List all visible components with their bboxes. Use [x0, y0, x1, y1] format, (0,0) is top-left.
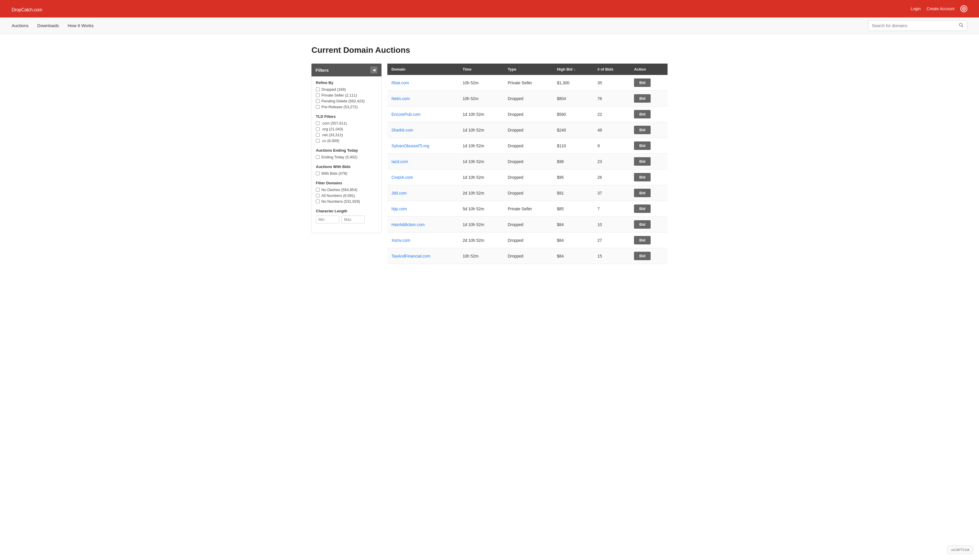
bid-button[interactable]: Bid: [634, 157, 651, 166]
filter-cc-checkbox[interactable]: [316, 139, 320, 143]
cell-domain: EncorePub.com: [388, 107, 459, 122]
filter-no-dashes-checkbox[interactable]: [316, 188, 320, 192]
nav-downloads[interactable]: Downloads: [37, 23, 59, 28]
auctions-table-area: Domain Time Type High Bid ↓ # of Bids Ac…: [388, 63, 668, 264]
bid-button[interactable]: Bid: [634, 94, 651, 103]
cell-domain: CorpIA.com: [388, 170, 459, 185]
cell-high-bid: $110: [553, 138, 593, 154]
cell-type: Dropped: [503, 122, 553, 138]
cell-high-bid: $98: [553, 154, 593, 170]
login-link[interactable]: Login: [911, 7, 921, 11]
bid-button[interactable]: Bid: [634, 142, 651, 150]
bid-button[interactable]: Bid: [634, 252, 651, 260]
filter-private-seller-checkbox[interactable]: [316, 93, 320, 97]
cell-high-bid: $95: [553, 170, 593, 185]
cell-domain: Rbat.com: [388, 75, 459, 91]
cell-domain: HairAddiction.com: [388, 217, 459, 232]
domain-link[interactable]: Iazd.com: [391, 159, 408, 164]
filter-all-numbers-checkbox[interactable]: [316, 194, 320, 197]
col-type: Type: [503, 63, 553, 75]
char-min-input[interactable]: [316, 215, 339, 223]
cell-type: Dropped: [503, 248, 553, 264]
filter-dropped-checkbox[interactable]: [316, 88, 320, 91]
domain-link[interactable]: TaxAndFinancial.com: [391, 254, 430, 258]
cell-time: 1d 10h 52m: [459, 107, 503, 122]
nav-links: Auctions Downloads How It Works: [12, 23, 94, 28]
col-high-bid[interactable]: High Bid ↓: [553, 63, 593, 75]
language-selector[interactable]: [960, 5, 967, 12]
nav-how-it-works[interactable]: How It Works: [68, 23, 94, 28]
cell-time: 1d 10h 52m: [459, 170, 503, 185]
cell-time: 2d 10h 52m: [459, 185, 503, 201]
bid-button[interactable]: Bid: [634, 78, 651, 87]
col-action: Action: [630, 63, 668, 75]
bid-button[interactable]: Bid: [634, 205, 651, 213]
logo-suffix: .com: [33, 7, 42, 12]
col-domain: Domain: [388, 63, 459, 75]
filter-com-label: .com (557,611): [321, 121, 347, 125]
filter-com-checkbox[interactable]: [316, 121, 320, 125]
bid-button[interactable]: Bid: [634, 173, 651, 182]
char-length-section: Character Length: [316, 209, 377, 223]
cell-type: Dropped: [503, 170, 553, 185]
table-row: SylvanObussotTi.org 1d 10h 52m Dropped $…: [388, 138, 668, 154]
filter-org-checkbox[interactable]: [316, 127, 320, 131]
table-row: EncorePub.com 1d 10h 52m Dropped $560 22…: [388, 107, 668, 122]
cell-high-bid: $560: [553, 107, 593, 122]
domain-link[interactable]: Netin.com: [391, 96, 410, 101]
filter-with-bids-label: With Bids (478): [321, 171, 347, 176]
table-row: Iazd.com 1d 10h 52m Dropped $98 23 Bid: [388, 154, 668, 170]
bid-button[interactable]: Bid: [634, 110, 651, 118]
bid-button[interactable]: Bid: [634, 189, 651, 197]
cell-num-bids: 27: [593, 232, 630, 248]
filter-net-checkbox[interactable]: [316, 133, 320, 137]
bid-button[interactable]: Bid: [634, 236, 651, 244]
domain-link[interactable]: Xsmv.com: [391, 238, 410, 243]
cell-domain: hjtp.com: [388, 201, 459, 217]
filter-item: No Dashes (564,854): [316, 188, 377, 192]
cell-type: Private Seller: [503, 75, 553, 91]
filter-with-bids-checkbox[interactable]: [316, 172, 320, 175]
filter-ending-today-checkbox[interactable]: [316, 155, 320, 159]
filters-body: Refine By Dropped (169) Private Seller (…: [311, 77, 381, 233]
cell-time: 1d 10h 52m: [459, 138, 503, 154]
create-account-link[interactable]: Create Account: [926, 7, 954, 11]
cell-action: Bid: [630, 107, 668, 122]
refine-by-section: Refine By Dropped (169) Private Seller (…: [316, 80, 377, 109]
filters-collapse-button[interactable]: ◀: [371, 67, 378, 73]
table-header-row: Domain Time Type High Bid ↓ # of Bids Ac…: [388, 63, 668, 75]
domain-link[interactable]: Jtld.com: [391, 191, 407, 195]
filter-no-numbers-checkbox[interactable]: [316, 200, 320, 203]
domain-link[interactable]: SharkIt.com: [391, 128, 413, 132]
nav-auctions[interactable]: Auctions: [12, 23, 28, 28]
cell-high-bid: $240: [553, 122, 593, 138]
tld-filters-section: TLD Filters .com (557,611) .org (21,043)…: [316, 114, 377, 143]
filter-net-label: .net (33,312): [321, 133, 343, 137]
char-max-input[interactable]: [341, 215, 365, 223]
filters-label: Filters: [316, 68, 329, 73]
filter-pending-delete-checkbox[interactable]: [316, 99, 320, 103]
filters-panel: Filters ◀ Refine By Dropped (169) Privat…: [311, 63, 381, 264]
cell-num-bids: 37: [593, 185, 630, 201]
search-button[interactable]: [956, 20, 967, 31]
table-row: Xsmv.com 2d 10h 52m Dropped $84 27 Bid: [388, 232, 668, 248]
table-row: Jtld.com 2d 10h 52m Dropped $91 37 Bid: [388, 185, 668, 201]
char-length-inputs: [316, 215, 377, 223]
cell-time: 1d 10h 52m: [459, 217, 503, 232]
cell-type: Private Seller: [503, 201, 553, 217]
bid-button[interactable]: Bid: [634, 220, 651, 229]
domain-link[interactable]: hjtp.com: [391, 207, 407, 211]
domain-link[interactable]: SylvanObussotTi.org: [391, 143, 429, 148]
domain-link[interactable]: EncorePub.com: [391, 112, 421, 117]
search-input[interactable]: [869, 21, 956, 30]
domain-link[interactable]: Rbat.com: [391, 80, 409, 85]
domain-link[interactable]: HairAddiction.com: [391, 222, 425, 227]
table-row: CorpIA.com 1d 10h 52m Dropped $95 26 Bid: [388, 170, 668, 185]
bid-button[interactable]: Bid: [634, 126, 651, 134]
main-content: Current Domain Auctions Filters ◀ Refine…: [300, 34, 679, 276]
cell-high-bid: $91: [553, 185, 593, 201]
domain-link[interactable]: CorpIA.com: [391, 175, 413, 180]
filter-pre-release-checkbox[interactable]: [316, 105, 320, 109]
filter-all-numbers-label: All Numbers (6,091): [321, 193, 355, 198]
table-row: SharkIt.com 1d 10h 52m Dropped $240 48 B…: [388, 122, 668, 138]
